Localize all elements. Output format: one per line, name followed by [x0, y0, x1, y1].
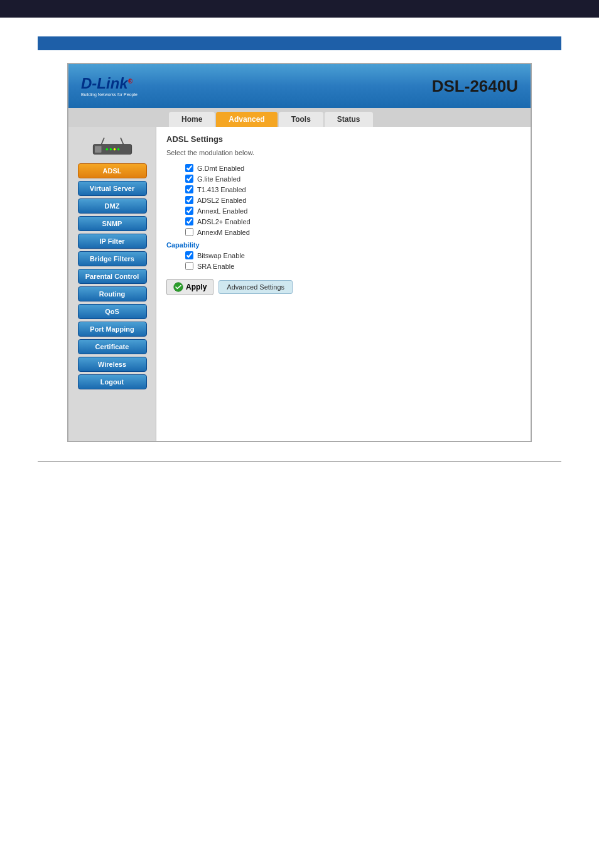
checkbox-t1413-label: T1.413 Enabled — [197, 186, 246, 193]
checkbox-adsl2plus-input[interactable] — [185, 217, 193, 225]
footer-line — [38, 461, 561, 462]
sidebar-item-snmp[interactable]: SNMP — [78, 216, 147, 231]
nav-tabs: Home Advanced Tools Status — [68, 108, 531, 127]
apply-button[interactable]: Apply — [166, 279, 213, 295]
dlink-logo: D-Link® Building Networks for People — [81, 76, 138, 97]
sidebar-item-virtual-server[interactable]: Virtual Server — [78, 181, 147, 196]
router-icon — [90, 133, 134, 158]
checkbox-adsl2plus-label: ADSL2+ Enabled — [197, 218, 251, 225]
svg-point-2 — [105, 148, 108, 151]
checkbox-adsl2plus: ADSL2+ Enabled — [185, 217, 521, 225]
checkbox-gdmt-input[interactable] — [185, 164, 193, 172]
checkbox-adsl2: ADSL2 Enabled — [185, 196, 521, 204]
checkbox-glite: G.lite Enabled — [185, 175, 521, 183]
sidebar-item-certificate[interactable]: Certificate — [78, 339, 147, 354]
checkbox-t1413-input[interactable] — [185, 185, 193, 193]
checkbox-sra: SRA Enable — [185, 262, 521, 270]
checkbox-t1413: T1.413 Enabled — [185, 185, 521, 193]
top-bar — [0, 0, 599, 18]
sidebar-item-wireless[interactable]: Wireless — [78, 357, 147, 372]
blue-header-bar — [38, 36, 561, 50]
svg-rect-1 — [95, 146, 102, 153]
svg-line-7 — [121, 138, 123, 144]
checkbox-annexm-input[interactable] — [185, 228, 193, 236]
tab-home[interactable]: Home — [169, 112, 215, 127]
checkbox-gdmt: G.Dmt Enabled — [185, 164, 521, 172]
sidebar-item-routing[interactable]: Routing — [78, 286, 147, 301]
svg-line-6 — [101, 138, 104, 144]
checkbox-glite-label: G.lite Enabled — [197, 175, 240, 183]
capability-label: Capability — [166, 241, 521, 249]
panel-description: Select the modulation below. — [166, 149, 521, 156]
sidebar-item-bridge-filters[interactable]: Bridge Filters — [78, 251, 147, 266]
checkbox-bitswap-input[interactable] — [185, 251, 193, 259]
apply-checkmark-icon — [173, 282, 183, 292]
checkbox-annexl-label: AnnexL Enabled — [197, 207, 247, 215]
svg-point-5 — [117, 148, 119, 151]
checkbox-adsl2-label: ADSL2 Enabled — [197, 197, 246, 204]
advanced-settings-button[interactable]: Advanced Settings — [219, 280, 293, 294]
sidebar-item-logout[interactable]: Logout — [78, 374, 147, 389]
checkbox-annexm: AnnexM Enabled — [185, 228, 521, 236]
tab-tools[interactable]: Tools — [279, 112, 323, 127]
main-panel: ADSL Settings Select the modulation belo… — [156, 127, 531, 441]
checkbox-annexl: AnnexL Enabled — [185, 207, 521, 215]
sidebar-item-parental-control[interactable]: Parental Control — [78, 269, 147, 284]
action-row: Apply Advanced Settings — [166, 279, 521, 295]
checkbox-bitswap-label: Bitswap Enable — [197, 252, 245, 259]
tab-status[interactable]: Status — [325, 112, 373, 127]
brand-name: D-Link® — [81, 76, 138, 91]
checkbox-gdmt-label: G.Dmt Enabled — [197, 165, 244, 172]
checkbox-annexl-input[interactable] — [185, 207, 193, 215]
apply-label: Apply — [186, 283, 207, 291]
sidebar-item-dmz[interactable]: DMZ — [78, 198, 147, 214]
content-area: ADSL Virtual Server DMZ SNMP IP Filter B… — [68, 127, 531, 441]
checkbox-sra-input[interactable] — [185, 262, 193, 270]
checkbox-sra-label: SRA Enable — [197, 263, 234, 270]
sidebar-item-ip-filter[interactable]: IP Filter — [78, 234, 147, 249]
checkbox-adsl2-input[interactable] — [185, 196, 193, 204]
checkbox-annexm-label: AnnexM Enabled — [197, 229, 250, 236]
svg-point-4 — [113, 148, 116, 151]
panel-title: ADSL Settings — [166, 134, 521, 144]
svg-point-3 — [109, 148, 112, 151]
router-frame: D-Link® Building Networks for People DSL… — [67, 63, 532, 442]
sidebar-item-qos[interactable]: QoS — [78, 304, 147, 319]
sidebar-item-adsl[interactable]: ADSL — [78, 163, 147, 178]
router-header: D-Link® Building Networks for People DSL… — [68, 64, 531, 108]
checkbox-bitswap: Bitswap Enable — [185, 251, 521, 259]
sidebar: ADSL Virtual Server DMZ SNMP IP Filter B… — [68, 127, 156, 441]
tab-advanced[interactable]: Advanced — [216, 112, 277, 127]
tagline: Building Networks for People — [81, 92, 138, 97]
router-model: DSL-2640U — [432, 77, 518, 96]
checkbox-glite-input[interactable] — [185, 175, 193, 183]
sidebar-item-port-mapping[interactable]: Port Mapping — [78, 322, 147, 337]
